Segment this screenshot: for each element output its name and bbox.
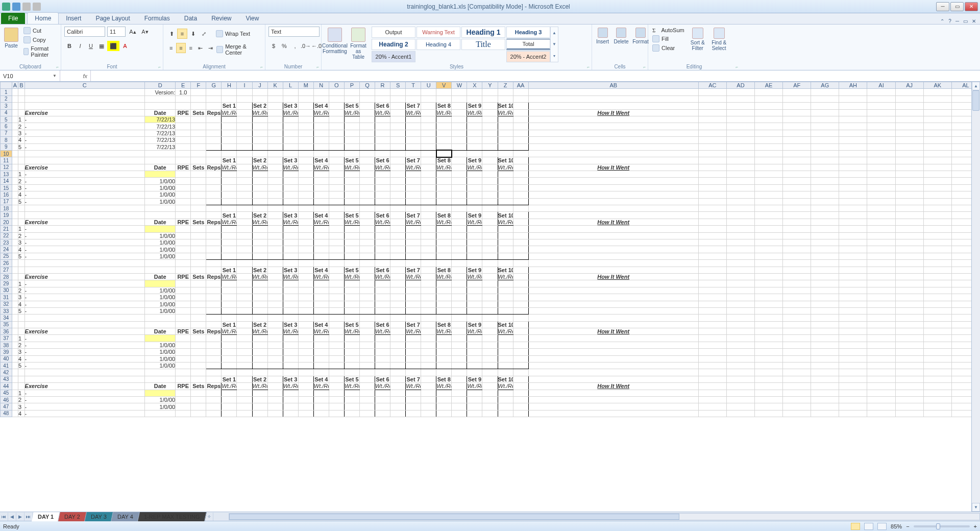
maximize-button[interactable]: ▭	[950, 2, 964, 11]
cell-W29[interactable]	[452, 280, 467, 287]
row-header-8[interactable]: 8	[1, 137, 12, 143]
cell-O3[interactable]	[329, 103, 344, 109]
cell-I42[interactable]	[237, 369, 252, 376]
cell-M20[interactable]	[298, 219, 313, 225]
cell-H5[interactable]	[222, 116, 237, 123]
cell-P3[interactable]: Set 5	[344, 103, 359, 109]
cell-A23[interactable]	[12, 239, 18, 246]
cell-W23[interactable]	[452, 239, 467, 246]
col-header-AI[interactable]: AI	[867, 82, 895, 89]
cell-I34[interactable]	[237, 315, 252, 321]
cell-A47[interactable]	[12, 403, 18, 410]
cell-AE9[interactable]	[755, 143, 783, 150]
cell-AD41[interactable]	[726, 363, 754, 369]
cell-D32[interactable]: 1/0/00	[145, 301, 176, 307]
cell-AB37[interactable]	[528, 335, 698, 342]
cell-J11[interactable]: Set 2	[252, 157, 267, 164]
cell-X33[interactable]	[467, 307, 482, 314]
cell-I22[interactable]	[237, 232, 252, 239]
cell-V36[interactable]: Wt./Reps	[436, 328, 452, 335]
row-header-33[interactable]: 33	[1, 307, 12, 314]
cell-K10[interactable]	[267, 150, 283, 157]
sheet-tab-day-1[interactable]: DAY 1	[32, 512, 60, 521]
cell-H28[interactable]: Wt./Reps	[222, 273, 237, 280]
cell-AE33[interactable]	[755, 307, 783, 314]
cell-L37[interactable]	[283, 335, 298, 342]
cell-V4[interactable]: Wt./Reps	[436, 109, 452, 116]
cell-T11[interactable]: Set 7	[406, 157, 421, 164]
col-header-G[interactable]: G	[206, 82, 222, 89]
cell-P13[interactable]	[344, 171, 359, 178]
cell-AK47[interactable]	[923, 403, 951, 410]
cell-Z46[interactable]	[498, 396, 513, 403]
cell-H32[interactable]	[222, 301, 237, 307]
cell-G33[interactable]	[206, 307, 222, 314]
cell-AF25[interactable]	[783, 253, 811, 259]
cell-S19[interactable]	[390, 212, 406, 219]
cell-Q8[interactable]	[359, 137, 375, 143]
cell-J25[interactable]	[252, 253, 267, 259]
cell-C1[interactable]	[24, 89, 144, 95]
cell-I14[interactable]	[237, 178, 252, 184]
cell-X10[interactable]	[467, 150, 482, 157]
cell-AJ30[interactable]	[895, 287, 923, 294]
cell-M36[interactable]	[298, 328, 313, 335]
cell-G14[interactable]	[206, 178, 222, 184]
cell-AB4[interactable]: How It Went	[528, 109, 698, 116]
cell-AC23[interactable]	[698, 239, 726, 246]
cell-O1[interactable]	[329, 89, 344, 95]
cell-AG6[interactable]	[811, 123, 839, 130]
cell-AC10[interactable]	[698, 150, 726, 157]
cell-AE16[interactable]	[755, 191, 783, 198]
view-page-layout-button[interactable]	[864, 523, 873, 530]
cell-W19[interactable]	[452, 212, 467, 219]
cell-AF16[interactable]	[783, 191, 811, 198]
row-header-1[interactable]: 1	[1, 89, 12, 95]
cell-AE42[interactable]	[755, 369, 783, 376]
cell-W13[interactable]	[452, 171, 467, 178]
cell-X6[interactable]	[467, 123, 482, 130]
cell-P36[interactable]: Wt./Reps	[344, 328, 359, 335]
cell-AA35[interactable]	[513, 321, 528, 328]
cell-AI8[interactable]	[867, 137, 895, 143]
cell-AD39[interactable]	[726, 349, 754, 355]
cell-R4[interactable]: Wt./Reps	[375, 109, 390, 116]
cell-AJ27[interactable]	[895, 267, 923, 273]
cell-H1[interactable]	[222, 89, 237, 95]
cell-W34[interactable]	[452, 315, 467, 321]
cell-J5[interactable]	[252, 116, 267, 123]
cell-R42[interactable]	[375, 369, 390, 376]
cell-AL46[interactable]	[951, 396, 971, 403]
cell-F3[interactable]	[191, 103, 206, 109]
cell-AE1[interactable]	[755, 89, 783, 95]
cell-O11[interactable]	[329, 157, 344, 164]
cell-A48[interactable]	[12, 410, 18, 417]
cell-N33[interactable]	[313, 307, 329, 314]
cell-F6[interactable]	[191, 123, 206, 130]
cell-K21[interactable]	[267, 226, 283, 232]
cell-Y47[interactable]	[482, 403, 498, 410]
cell-AK2[interactable]	[923, 95, 951, 102]
cell-A17[interactable]	[12, 198, 18, 205]
cell-R43[interactable]: Set 6	[375, 376, 390, 382]
cell-AG21[interactable]	[811, 226, 839, 232]
cell-T3[interactable]: Set 7	[406, 103, 421, 109]
cell-X24[interactable]	[467, 246, 482, 253]
cell-S25[interactable]	[390, 253, 406, 259]
cell-F8[interactable]	[191, 137, 206, 143]
cell-O37[interactable]	[329, 335, 344, 342]
cell-AL36[interactable]	[951, 328, 971, 335]
cell-R14[interactable]	[375, 178, 390, 184]
cell-Y18[interactable]	[482, 205, 498, 212]
cell-P5[interactable]	[344, 116, 359, 123]
cell-Q5[interactable]	[359, 116, 375, 123]
cell-F4[interactable]: Sets	[191, 109, 206, 116]
cell-G17[interactable]	[206, 198, 222, 205]
row-header-34[interactable]: 34	[1, 315, 12, 321]
row-header-18[interactable]: 18	[1, 205, 12, 212]
cell-S6[interactable]	[390, 123, 406, 130]
cell-AJ16[interactable]	[895, 191, 923, 198]
cell-J15[interactable]	[252, 184, 267, 191]
cell-AG16[interactable]	[811, 191, 839, 198]
cell-Q25[interactable]	[359, 253, 375, 259]
